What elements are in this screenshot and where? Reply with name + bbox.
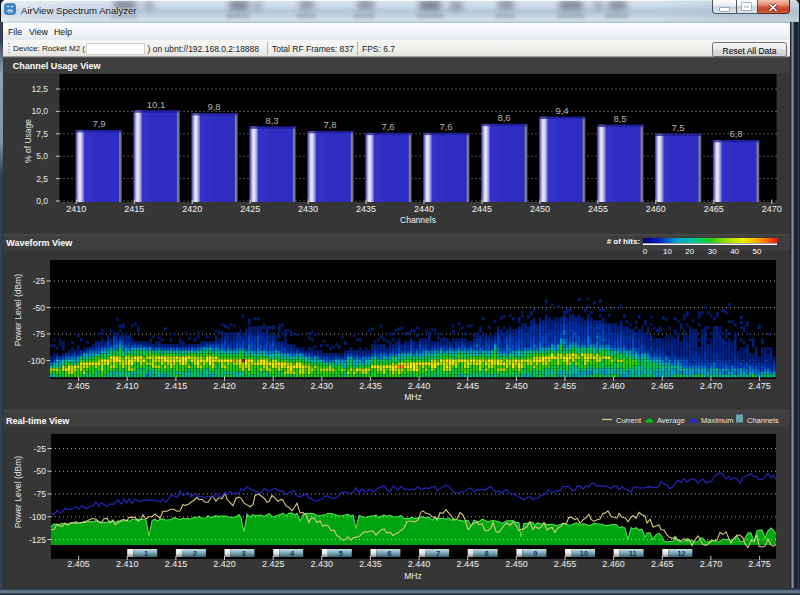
svg-text:2.450: 2.450: [505, 381, 528, 391]
svg-text:2.445: 2.445: [456, 559, 479, 569]
svg-text:2.420: 2.420: [213, 559, 236, 569]
svg-text:7,8: 7,8: [323, 119, 336, 130]
svg-text:2460: 2460: [646, 204, 666, 214]
svg-text:2.410: 2.410: [116, 559, 139, 569]
svg-text:-50: -50: [34, 466, 47, 476]
svg-text:2.465: 2.465: [651, 381, 674, 391]
svg-text:2465: 2465: [704, 204, 724, 214]
svg-text:2.460: 2.460: [602, 559, 625, 569]
svg-text:-75: -75: [33, 329, 46, 339]
svg-text:-100: -100: [29, 512, 46, 522]
svg-text:2.440: 2.440: [408, 381, 431, 391]
svg-text:2.425: 2.425: [262, 381, 285, 391]
svg-text:2.405: 2.405: [67, 559, 90, 569]
svg-text:2415: 2415: [124, 204, 144, 214]
svg-text:Channels: Channels: [747, 416, 779, 425]
svg-text:2445: 2445: [472, 204, 492, 214]
svg-text:7,5: 7,5: [36, 129, 48, 139]
svg-text:2435: 2435: [356, 204, 376, 214]
svg-text:7,9: 7,9: [92, 118, 105, 129]
svg-text:8,3: 8,3: [265, 115, 278, 126]
svg-text:# of hits:: # of hits:: [607, 237, 640, 246]
svg-text:Current: Current: [616, 416, 642, 425]
svg-text:12,5: 12,5: [31, 84, 48, 94]
svg-text:2425: 2425: [240, 204, 260, 214]
svg-text:8: 8: [485, 549, 489, 558]
svg-text:2470: 2470: [762, 204, 782, 214]
svg-text:2.415: 2.415: [165, 381, 188, 391]
svg-text:5,0: 5,0: [36, 151, 48, 161]
svg-text:2.475: 2.475: [748, 381, 771, 391]
svg-text:2: 2: [193, 549, 197, 558]
svg-text:-75: -75: [34, 489, 47, 499]
svg-text:-50: -50: [33, 303, 46, 313]
svg-text:2.440: 2.440: [408, 559, 431, 569]
svg-text:2.460: 2.460: [602, 381, 625, 391]
svg-text:2,5: 2,5: [36, 174, 48, 184]
svg-text:9,8: 9,8: [207, 101, 220, 112]
svg-text:10: 10: [663, 247, 672, 256]
svg-text:9,4: 9,4: [555, 105, 568, 116]
svg-text:Power Level (dBm): Power Level (dBm): [13, 456, 23, 528]
svg-text:-100: -100: [28, 356, 45, 366]
svg-text:7,5: 7,5: [671, 122, 684, 133]
svg-text:-25: -25: [33, 276, 46, 286]
svg-text:6: 6: [387, 549, 391, 558]
svg-text:MHz: MHz: [404, 571, 421, 581]
svg-text:Real-time View: Real-time View: [6, 416, 70, 426]
svg-text:2430: 2430: [298, 204, 318, 214]
svg-text:Waveform View: Waveform View: [6, 238, 73, 248]
svg-text:2.435: 2.435: [359, 381, 382, 391]
svg-text:7: 7: [436, 549, 440, 558]
svg-text:6,8: 6,8: [729, 128, 742, 139]
svg-text:2.425: 2.425: [262, 559, 285, 569]
svg-text:Average: Average: [657, 416, 685, 425]
svg-text:2.455: 2.455: [554, 559, 577, 569]
svg-text:2.455: 2.455: [554, 381, 577, 391]
svg-text:2.415: 2.415: [165, 559, 188, 569]
svg-text:2455: 2455: [588, 204, 608, 214]
svg-text:0,0: 0,0: [36, 196, 48, 206]
svg-text:12: 12: [677, 549, 685, 558]
svg-text:5: 5: [339, 549, 343, 558]
svg-text:2.435: 2.435: [359, 559, 382, 569]
svg-text:2.450: 2.450: [505, 559, 528, 569]
svg-text:% of Usage: % of Usage: [23, 119, 33, 163]
svg-text:2.475: 2.475: [748, 559, 771, 569]
svg-text:10: 10: [580, 549, 588, 558]
svg-text:2.465: 2.465: [651, 559, 674, 569]
svg-text:2420: 2420: [182, 204, 202, 214]
svg-text:10,0: 10,0: [31, 106, 48, 116]
svg-text:20: 20: [685, 247, 694, 256]
svg-text:2440: 2440: [414, 204, 434, 214]
svg-text:3: 3: [241, 549, 245, 558]
svg-text:8,5: 8,5: [613, 113, 626, 124]
svg-text:-25: -25: [34, 444, 47, 454]
svg-text:7,6: 7,6: [439, 121, 452, 132]
svg-text:0: 0: [643, 247, 648, 256]
svg-text:Channels: Channels: [400, 215, 436, 225]
svg-text:40: 40: [730, 247, 739, 256]
svg-text:Power Level (dBm): Power Level (dBm): [13, 274, 23, 346]
svg-text:50: 50: [753, 247, 762, 256]
svg-text:-125: -125: [29, 535, 46, 545]
svg-text:2.405: 2.405: [67, 381, 90, 391]
svg-text:30: 30: [708, 247, 717, 256]
svg-text:2.430: 2.430: [311, 381, 334, 391]
svg-text:2410: 2410: [66, 204, 86, 214]
svg-text:2.470: 2.470: [700, 559, 723, 569]
svg-text:2.410: 2.410: [116, 381, 139, 391]
svg-text:2.445: 2.445: [456, 381, 479, 391]
svg-text:11: 11: [629, 549, 637, 558]
svg-text:Channel Usage View: Channel Usage View: [13, 61, 102, 71]
svg-text:MHz: MHz: [404, 392, 421, 402]
svg-text:7,6: 7,6: [381, 121, 394, 132]
svg-text:2.430: 2.430: [311, 559, 334, 569]
svg-text:Maximum: Maximum: [701, 416, 734, 425]
svg-text:9: 9: [533, 549, 537, 558]
svg-text:8,6: 8,6: [497, 112, 510, 123]
svg-text:1: 1: [144, 549, 148, 558]
svg-text:2450: 2450: [530, 204, 550, 214]
svg-text:2.420: 2.420: [213, 381, 236, 391]
svg-text:10,1: 10,1: [147, 99, 166, 110]
